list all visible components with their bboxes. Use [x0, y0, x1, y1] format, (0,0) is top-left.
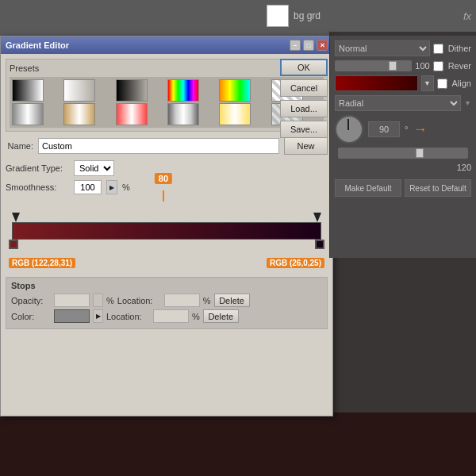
- gradient-stops-bottom: [6, 240, 328, 249]
- color-location-label: Location:: [106, 312, 150, 321]
- dither-checkbox[interactable]: [433, 44, 443, 54]
- opacity-slider-row: 100 Rever: [335, 60, 471, 71]
- opacity-location-input[interactable]: [164, 294, 200, 307]
- rp-action-buttons: Make Default Reset to Default: [335, 179, 471, 197]
- color-bar-arrow[interactable]: ▼: [421, 75, 434, 91]
- gradient-type-select[interactable]: Solid: [74, 160, 114, 176]
- stop-color-right[interactable]: [315, 240, 324, 249]
- make-default-button[interactable]: Make Default: [335, 179, 401, 197]
- gradient-stops-top: [6, 213, 328, 222]
- gradient-bar-container: 80: [6, 213, 328, 249]
- presets-grid: [10, 77, 324, 128]
- stop-marker-top-right[interactable]: [313, 213, 321, 222]
- new-button[interactable]: New: [284, 137, 328, 155]
- angle-input[interactable]: [368, 121, 400, 137]
- layer-title: bg grd: [294, 10, 321, 21]
- dialog-title: Gradient Editor: [6, 40, 69, 50]
- color-row: Color: ▶ Location: % Delete: [11, 309, 322, 323]
- save-button[interactable]: Save...: [280, 121, 328, 138]
- badge-arrow-line: [163, 190, 164, 202]
- dialog-titlebar: Gradient Editor − □ ✕: [1, 36, 332, 54]
- close-button[interactable]: ✕: [317, 40, 328, 51]
- color-label-field: Color:: [11, 312, 51, 321]
- reset-default-button[interactable]: Reset to Default: [405, 179, 471, 197]
- stops-title: Stops: [11, 281, 322, 290]
- reverse-checkbox[interactable]: [433, 61, 443, 71]
- opacity-delete-button[interactable]: Delete: [214, 294, 250, 307]
- gradient-bar[interactable]: [12, 222, 321, 240]
- opacity-value: 100: [415, 61, 429, 71]
- position-badge: 80: [155, 173, 172, 184]
- color-location-input[interactable]: [153, 309, 189, 323]
- color-bar[interactable]: [335, 75, 418, 91]
- opacity-input[interactable]: [54, 294, 90, 307]
- angle-row: ° →: [335, 115, 471, 144]
- align-checkbox[interactable]: [437, 79, 447, 89]
- color-delete-button[interactable]: Delete: [203, 309, 239, 323]
- blend-mode-row: Normal Dither: [335, 40, 471, 56]
- scale-slider-thumb[interactable]: [416, 148, 424, 158]
- smoothness-label: Smoothness:: [6, 182, 69, 192]
- gradient-editor-dialog: Gradient Editor − □ ✕ Presets ⚙: [0, 36, 333, 416]
- color-label-left: RGB (122,28,31): [9, 258, 75, 268]
- opacity-label: Opacity:: [11, 296, 51, 305]
- stop-color-left[interactable]: [9, 240, 18, 249]
- minimize-button[interactable]: −: [290, 40, 301, 51]
- align-label: Align: [452, 79, 471, 88]
- style-arrow: ▼: [464, 99, 471, 107]
- smoothness-stepper[interactable]: ▶: [106, 180, 117, 194]
- preset-item[interactable]: [167, 79, 199, 102]
- cancel-button[interactable]: Cancel: [280, 79, 328, 97]
- opacity-slider-thumb[interactable]: [389, 61, 397, 71]
- blend-mode-select[interactable]: Normal: [335, 40, 430, 56]
- scale-slider-row: [335, 148, 471, 159]
- smoothness-input[interactable]: [74, 180, 102, 194]
- angle-wheel[interactable]: [335, 115, 363, 144]
- load-button[interactable]: Load...: [280, 100, 328, 117]
- style-row: Radial ▼: [335, 95, 471, 111]
- color-location-pct: %: [192, 312, 200, 321]
- smoothness-pct: %: [122, 182, 130, 192]
- layer-thumbnail: [267, 5, 289, 27]
- scale-value: 120: [335, 163, 471, 172]
- stop-marker-top-left[interactable]: [12, 213, 20, 222]
- opacity-location-pct: %: [203, 296, 211, 305]
- opacity-row: Opacity: % Location: % Delete: [11, 294, 322, 307]
- presets-label: Presets: [10, 63, 315, 73]
- right-panel: Normal Dither 100 Rever ▼ Align Radial ▼…: [329, 36, 476, 258]
- color-label-right: RGB (26,0,25): [267, 258, 324, 268]
- preset-item[interactable]: [63, 103, 95, 125]
- dialog-action-buttons: OK Cancel Load... Save...: [280, 59, 328, 138]
- scale-slider[interactable]: [338, 148, 468, 159]
- preset-item[interactable]: [116, 103, 148, 125]
- stops-section: Stops Opacity: % Location: % Delete Colo…: [6, 277, 328, 329]
- preset-item[interactable]: [63, 79, 95, 102]
- maximize-button[interactable]: □: [303, 40, 314, 51]
- preset-item[interactable]: [167, 103, 199, 125]
- preset-item[interactable]: [219, 79, 251, 102]
- bg-dark-bottom: [0, 413, 476, 476]
- preset-item[interactable]: [116, 79, 148, 102]
- opacity-slider[interactable]: [335, 60, 412, 71]
- dither-label: Dither: [448, 44, 471, 53]
- orange-arrow-icon: →: [413, 121, 427, 138]
- titlebar-controls: − □ ✕: [290, 40, 328, 51]
- style-select[interactable]: Radial: [335, 95, 461, 111]
- preset-item[interactable]: [12, 103, 44, 125]
- top-bar: bg grd fx: [262, 0, 476, 32]
- color-swatch-arrow[interactable]: ▶: [93, 309, 103, 323]
- scale-value-row: 120: [335, 163, 471, 172]
- name-input[interactable]: [38, 138, 279, 154]
- color-swatch[interactable]: [54, 309, 90, 323]
- color-bar-row: ▼ Align: [335, 75, 471, 91]
- preset-item[interactable]: [12, 79, 44, 102]
- color-labels-row: RGB (122,28,31) RGB (26,0,25): [6, 256, 328, 270]
- preset-item[interactable]: [219, 103, 251, 125]
- opacity-stepper[interactable]: [93, 294, 103, 307]
- ok-button[interactable]: OK: [280, 59, 328, 76]
- opacity-pct: %: [106, 296, 114, 305]
- angle-line: [347, 119, 349, 130]
- opacity-location-label: Location:: [117, 296, 161, 305]
- name-label: Name:: [6, 141, 33, 151]
- angle-unit: °: [405, 125, 408, 134]
